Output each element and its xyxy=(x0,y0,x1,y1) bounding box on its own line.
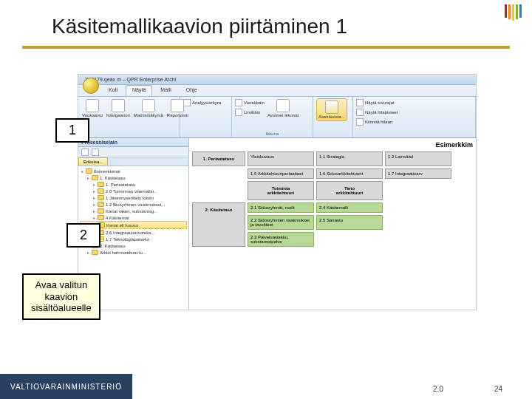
content-header: Esimerkkim xyxy=(192,141,473,151)
tree-item[interactable]: ▸1. Periaatetaso xyxy=(80,181,187,188)
btn-limittain[interactable]: Limittäin xyxy=(235,108,265,117)
tree-item[interactable]: ▸2.0 Toiminnan viitemallin... xyxy=(80,188,187,194)
tab-koti[interactable]: Koti xyxy=(102,85,124,96)
tree-item[interactable]: ▸1. Käsitetaso xyxy=(80,174,187,181)
btn-avoimet[interactable]: Avoimet ikkunat xyxy=(267,98,299,118)
tree-item[interactable]: ▸Esimerkkimal xyxy=(80,168,187,174)
cell[interactable]: 2.4 Käsitemalli xyxy=(316,202,383,213)
footer-org: VALTIOVARAINMINISTERIÖ xyxy=(0,374,132,399)
btn-vuokaavio[interactable]: Vuokaavio xyxy=(81,98,103,118)
cell[interactable]: 1.6 Sidosarkkitehtuurit xyxy=(316,168,383,179)
tree-item[interactable]: ▸Arkkit hahmoteltuat to... xyxy=(80,249,187,256)
tree-item[interactable]: ▸1.2 Biosyrhmen vaatimukset... xyxy=(80,201,187,208)
titlebar: JHS179.qeax m – QPR Enterprise Archi xyxy=(78,75,476,85)
ribbon-tabs: Koti Näytä Malli Ohje xyxy=(78,85,476,97)
marker-1: 1 xyxy=(55,118,89,143)
content-area: Esimerkkim 1. Periaatetaso Yleiskuvaus 1… xyxy=(189,138,476,310)
tree-item[interactable]: ▸4 Käsitemat xyxy=(80,214,187,221)
chk-kiinnita[interactable]: Kiinnitä hilaan xyxy=(356,117,398,126)
btn-matriisi[interactable]: Matriisinäkymä xyxy=(133,98,164,118)
tab-nayta[interactable]: Näytä xyxy=(126,85,152,96)
tab-ohje[interactable]: Ohje xyxy=(180,85,204,96)
chk-sivurajat[interactable]: Näytä sivurajat xyxy=(356,98,398,107)
btn-navigaattori[interactable]: Navigaattori xyxy=(106,98,131,118)
cell[interactable]: 2.3 Palveluasiakku, substanssipalve xyxy=(248,232,314,247)
logo-stripes xyxy=(505,4,522,21)
app-screenshot: JHS179.qeax m – QPR Enterprise Archi Kot… xyxy=(78,74,477,310)
row2-label: 2. Käsitetaso xyxy=(192,202,245,247)
slide-title: Käsitemallikaavion piirtäminen 1 xyxy=(0,0,532,46)
row1-label: 1. Periaatetaso xyxy=(192,151,245,166)
cell[interactable]: 1.1 Strategia xyxy=(316,151,383,166)
sb-fwd-icon[interactable] xyxy=(92,149,99,156)
cell[interactable]: 2.5 Sanasto xyxy=(316,215,383,230)
group-label-ikkuna: Ikkuna xyxy=(235,132,310,136)
footer-page: 24 xyxy=(494,385,502,393)
cell[interactable]: Yleiskuvaus xyxy=(248,151,314,166)
marker-2: 2 xyxy=(66,223,100,248)
cell[interactable]: 1.5 Arkkitehtuuriperiaatteet xyxy=(248,168,314,179)
ribbon: Vuokaavio Navigaattori Matriisinäkymä Ra… xyxy=(78,97,476,138)
cell[interactable]: 1.2 Lainsääd xyxy=(385,151,451,166)
cell[interactable]: 1.7 Integraatioarv xyxy=(385,168,451,179)
btn-vierekkain[interactable]: Vierekkäin xyxy=(235,98,265,107)
footer: VALTIOVARAINMINISTERIÖ 2.0 24 xyxy=(0,374,532,399)
col-head: Tieto arkkitehtuuri xyxy=(316,181,383,200)
footer-version: 2.0 xyxy=(433,385,443,393)
callout: Avaa valitun kaavion sisältöalueelle xyxy=(22,273,100,320)
cell[interactable]: 2.1 Sidosryhmät, roolit xyxy=(248,202,314,213)
col-head: Toiminta arkkitehtuuri xyxy=(248,181,314,200)
sb-back-icon[interactable] xyxy=(81,149,89,156)
sidebar-title: Prosessiselain xyxy=(78,138,188,147)
tab-malli[interactable]: Malli xyxy=(154,85,177,96)
cell[interactable]: 2.2 Sidosryhmien vaatimukset ja tavoitte… xyxy=(248,215,314,230)
tree-item[interactable]: ▸1 Jäsennyserittely toisiin xyxy=(80,194,187,201)
sidebar-toolbar xyxy=(78,147,188,157)
btn-analyysi[interactable]: Analyysiarkyra xyxy=(183,98,221,107)
chk-hilapisteet[interactable]: Näytä hilapisteet xyxy=(356,108,398,117)
btn-asetuksista[interactable]: Asetuksista... xyxy=(316,98,347,121)
app-orb-button[interactable] xyxy=(83,78,99,94)
sidebar-tab[interactable]: Erikoisa... xyxy=(78,157,108,166)
tree-item[interactable]: ▸Kartat raken, substantsg... xyxy=(80,208,187,214)
title-underline xyxy=(22,46,510,49)
